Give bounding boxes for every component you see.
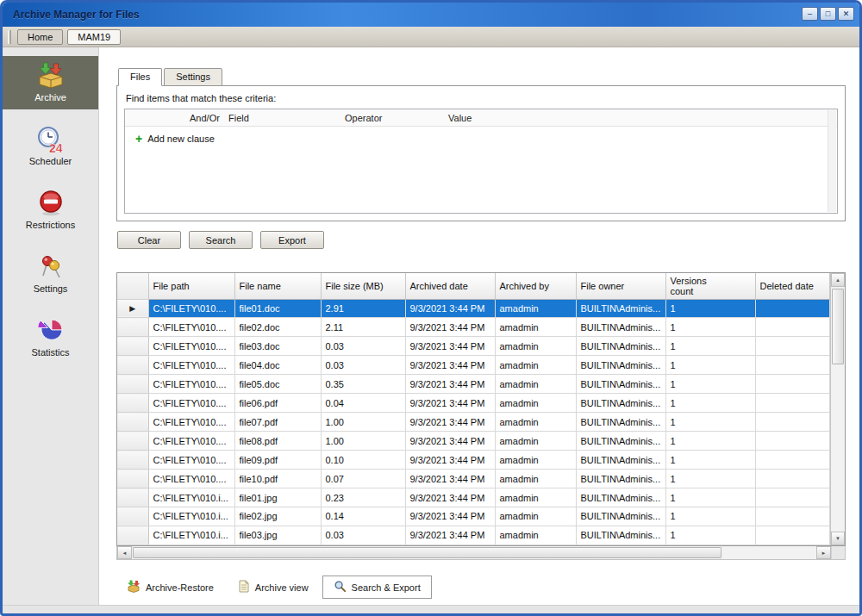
table-cell bbox=[755, 451, 830, 470]
close-button[interactable]: ✕ bbox=[838, 7, 854, 21]
sidebar-item-settings[interactable]: Settings bbox=[3, 247, 98, 301]
table-row[interactable]: C:\FILETY\010....file06.pdf0.049/3/2021 … bbox=[117, 394, 830, 413]
scroll-up-icon[interactable]: ▲ bbox=[831, 273, 845, 287]
table-cell: amadmin bbox=[495, 470, 576, 488]
column-header-deleted-date[interactable]: Deleted date bbox=[755, 273, 830, 299]
sidebar-item-statistics[interactable]: Statistics bbox=[3, 311, 98, 364]
table-cell: 1 bbox=[665, 507, 755, 526]
table-row[interactable]: C:\FILETY\010.i...file01.jpg0.239/3/2021… bbox=[117, 488, 830, 507]
row-indicator[interactable] bbox=[117, 451, 148, 470]
tab-label: Settings bbox=[176, 72, 210, 82]
table-cell: C:\FILETY\010.... bbox=[148, 394, 234, 413]
table-cell: file03.jpg bbox=[234, 526, 321, 544]
vertical-scrollbar[interactable]: ▲ ▼ bbox=[830, 273, 845, 545]
row-indicator[interactable] bbox=[117, 356, 148, 375]
row-indicator[interactable] bbox=[117, 507, 148, 526]
scroll-left-icon[interactable]: ◄ bbox=[117, 546, 132, 559]
results-grid: File path File name File size (MB) Archi… bbox=[116, 272, 846, 546]
table-cell: 0.10 bbox=[321, 451, 405, 470]
table-cell: 9/3/2021 3:44 PM bbox=[405, 394, 495, 413]
table-row[interactable]: C:\FILETY\010....file09.pdf0.109/3/2021 … bbox=[117, 451, 830, 470]
table-cell: amadmin bbox=[495, 413, 576, 432]
table-cell: C:\FILETY\010.i... bbox=[148, 488, 234, 507]
bottom-tab-label: Search & Export bbox=[352, 582, 421, 593]
vertical-scroll-track[interactable] bbox=[831, 287, 845, 532]
table-cell: 0.07 bbox=[321, 470, 405, 488]
table-cell: amadmin bbox=[495, 299, 576, 318]
table-cell bbox=[755, 375, 830, 394]
settings-pins-icon bbox=[36, 253, 66, 281]
column-header-archived-by[interactable]: Archived by bbox=[495, 273, 576, 299]
toolbar-home-button[interactable]: Home bbox=[17, 29, 63, 45]
column-header-file-size[interactable]: File size (MB) bbox=[321, 273, 405, 299]
table-row[interactable]: C:\FILETY\010....file02.doc2.119/3/2021 … bbox=[117, 318, 830, 337]
table-cell: 9/3/2021 3:44 PM bbox=[405, 299, 495, 318]
table-row[interactable]: C:\FILETY\010....file10.pdf0.079/3/2021 … bbox=[117, 470, 830, 488]
horizontal-scroll-thumb[interactable] bbox=[133, 547, 721, 558]
row-indicator[interactable] bbox=[117, 432, 148, 451]
maximize-button[interactable]: □ bbox=[820, 7, 836, 21]
tab-settings[interactable]: Settings bbox=[164, 68, 222, 86]
tab-files[interactable]: Files bbox=[118, 68, 162, 86]
sidebar-item-scheduler[interactable]: 24 Scheduler bbox=[3, 120, 98, 173]
table-row[interactable]: C:\FILETY\010.i...file02.jpg0.149/3/2021… bbox=[117, 507, 830, 526]
table-cell: 9/3/2021 3:44 PM bbox=[405, 356, 495, 375]
row-indicator[interactable] bbox=[117, 488, 148, 507]
bottom-tab-archive-view[interactable]: Archive view bbox=[228, 576, 319, 598]
add-new-clause-link[interactable]: + Add new clause bbox=[125, 127, 837, 144]
bottom-tab-search-export[interactable]: Search & Export bbox=[322, 576, 432, 599]
toolbar-grip[interactable] bbox=[8, 30, 11, 44]
table-cell: file01.jpg bbox=[234, 488, 321, 507]
column-header-archived-date[interactable]: Archived date bbox=[405, 273, 495, 299]
row-indicator[interactable]: ▶ bbox=[117, 299, 148, 318]
table-cell: file07.pdf bbox=[234, 413, 321, 432]
sidebar-item-restrictions[interactable]: Restrictions bbox=[3, 184, 98, 237]
table-cell: 9/3/2021 3:44 PM bbox=[405, 337, 495, 356]
table-cell: file03.doc bbox=[234, 337, 321, 356]
archive-restore-icon bbox=[127, 580, 141, 594]
sidebar-item-label: Settings bbox=[34, 283, 68, 294]
table-row[interactable]: C:\FILETY\010....file04.doc0.039/3/2021 … bbox=[117, 356, 830, 375]
criteria-scrollbar[interactable] bbox=[828, 110, 836, 212]
vertical-scroll-thumb[interactable] bbox=[832, 289, 844, 364]
table-cell: amadmin bbox=[495, 318, 576, 337]
row-indicator[interactable] bbox=[117, 337, 148, 356]
horizontal-scroll-track[interactable] bbox=[132, 546, 816, 559]
tab-strip: Files Settings bbox=[116, 68, 846, 86]
sidebar-item-archive[interactable]: Archive bbox=[3, 56, 98, 109]
scrollbar-corner bbox=[831, 546, 845, 559]
table-cell: 9/3/2021 3:44 PM bbox=[405, 507, 495, 526]
row-indicator[interactable] bbox=[117, 526, 148, 544]
column-header-file-path[interactable]: File path bbox=[148, 273, 234, 299]
clear-button[interactable]: Clear bbox=[117, 231, 181, 249]
scroll-down-icon[interactable]: ▼ bbox=[831, 532, 845, 545]
table-cell: amadmin bbox=[495, 375, 576, 394]
row-indicator[interactable] bbox=[117, 470, 148, 488]
table-row[interactable]: C:\FILETY\010....file03.doc0.039/3/2021 … bbox=[117, 337, 830, 356]
row-indicator[interactable] bbox=[117, 394, 148, 413]
table-row[interactable]: ▶C:\FILETY\010....file01.doc2.919/3/2021… bbox=[117, 299, 830, 318]
bottom-tab-archive-restore[interactable]: Archive-Restore bbox=[116, 576, 224, 598]
titlebar[interactable]: Archive Manager for Files – □ ✕ bbox=[3, 3, 859, 27]
row-indicator[interactable] bbox=[117, 375, 148, 394]
scroll-right-icon[interactable]: ► bbox=[816, 546, 831, 559]
column-header-versions-count[interactable]: Versions count bbox=[665, 273, 755, 299]
column-header-file-owner[interactable]: File owner bbox=[576, 273, 665, 299]
table-row[interactable]: C:\FILETY\010....file08.pdf1.009/3/2021 … bbox=[117, 432, 830, 451]
minimize-button[interactable]: – bbox=[802, 7, 818, 21]
scheduler-clock-icon: 24 bbox=[36, 126, 66, 153]
table-cell: file01.doc bbox=[234, 299, 321, 318]
export-button[interactable]: Export bbox=[260, 231, 324, 249]
table-row[interactable]: C:\FILETY\010....file07.pdf1.009/3/2021 … bbox=[117, 413, 830, 432]
row-indicator[interactable] bbox=[117, 318, 148, 337]
table-cell: C:\FILETY\010.i... bbox=[148, 507, 234, 526]
row-indicator[interactable] bbox=[117, 413, 148, 432]
search-button[interactable]: Search bbox=[189, 231, 253, 249]
action-button-row: Clear Search Export bbox=[117, 231, 846, 249]
main-panel: Files Settings Find items that match the… bbox=[99, 47, 859, 605]
column-header-file-name[interactable]: File name bbox=[234, 273, 321, 299]
table-row[interactable]: C:\FILETY\010.i...file03.jpg0.039/3/2021… bbox=[117, 526, 830, 544]
table-row[interactable]: C:\FILETY\010....file05.doc0.359/3/2021 … bbox=[117, 375, 830, 394]
toolbar-mam19-button[interactable]: MAM19 bbox=[67, 29, 121, 45]
horizontal-scrollbar[interactable]: ◄ ► bbox=[116, 546, 846, 560]
